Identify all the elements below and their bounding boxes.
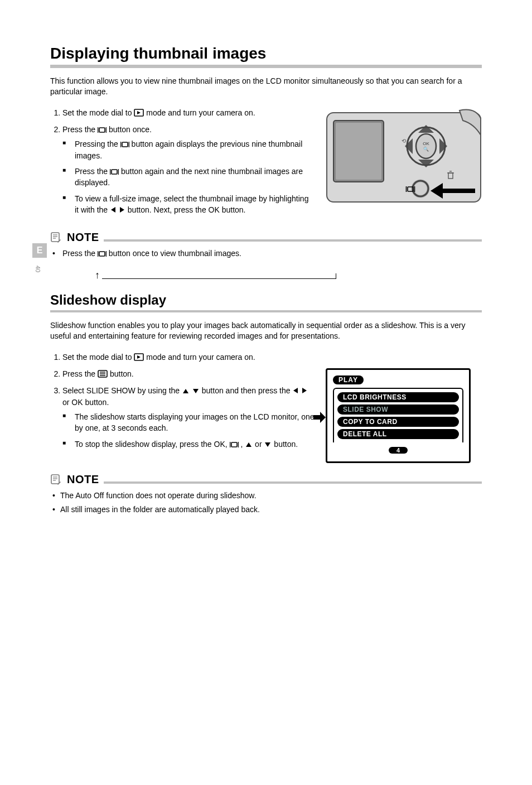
slide-step-3-sublist: The slideshow starts displaying your ima… — [62, 411, 315, 450]
right-arrow-icon — [119, 206, 125, 214]
step-2-bullet-2: Press the button again and the next nine… — [62, 166, 315, 189]
up-arrow-icon — [245, 441, 253, 448]
right-arrow-icon — [301, 387, 308, 394]
page: E 40 Displaying thumbnail images This fu… — [0, 0, 532, 785]
thumbnails-columns: Set the mode dial to mode and turn your … — [50, 107, 482, 221]
step-1: Set the mode dial to mode and turn your … — [62, 107, 315, 118]
left-arrow-icon — [110, 206, 117, 214]
svg-text:⟲: ⟲ — [402, 138, 407, 144]
note-icon — [50, 474, 62, 486]
note-1-item-1: Press the button once to view thumbnail … — [60, 248, 482, 259]
display-button-icon — [230, 441, 239, 448]
return-line — [102, 273, 336, 279]
slide-step-3-bullet-1: The slideshow starts displaying your ima… — [62, 411, 315, 434]
svg-marker-35 — [313, 412, 326, 423]
slide-step-3-bullet-2: To stop the slideshow display, press the… — [62, 439, 315, 450]
playback-mode-icon — [134, 109, 144, 117]
note-rule — [104, 239, 482, 242]
step-2-sublist: Pressing the button again displays the p… — [62, 138, 315, 215]
display-button-icon — [110, 168, 119, 175]
slide-step-3: Select SLIDE SHOW by using the button an… — [62, 385, 315, 449]
step-2: Press the button once. Pressing the butt… — [62, 124, 315, 215]
heading-underline — [50, 65, 482, 68]
thumbnails-intro: This function allows you to view nine th… — [50, 76, 482, 97]
page-number: 40 — [35, 266, 41, 272]
step-2-bullet-1: Pressing the button again displays the p… — [62, 138, 315, 161]
slideshow-columns: Set the mode dial to mode and turn your … — [50, 351, 482, 463]
heading-thumbnails: Displaying thumbnail images — [50, 45, 482, 62]
note-icon — [50, 232, 62, 244]
display-button-icon — [120, 141, 129, 148]
note-label: NOTE — [67, 231, 99, 244]
menu-item-lcd-brightness: LCD BRIGHTNESS — [337, 392, 459, 402]
ok-label: OK — [423, 141, 429, 146]
playback-mode-icon — [134, 353, 144, 361]
note-block-2: NOTE The Auto Off function does not oper… — [50, 473, 482, 516]
note-2-item-2: All still images in the folder are autom… — [60, 504, 482, 516]
menu-item-copy-to-card: COPY TO CARD — [337, 417, 459, 427]
menu-pager: 4 — [333, 445, 463, 455]
heading-slideshow: Slideshow display — [50, 292, 482, 308]
note-rule — [104, 481, 482, 484]
svg-text:🔍: 🔍 — [423, 146, 429, 152]
down-arrow-icon — [192, 388, 200, 394]
slideshow-steps: Set the mode dial to mode and turn your … — [50, 351, 315, 450]
note-label: NOTE — [67, 473, 99, 486]
camera-back-diagram: OK 🔍 ⟲ — [326, 107, 482, 219]
menu-button-icon — [98, 370, 108, 378]
slide-step-1: Set the mode dial to mode and turn your … — [62, 351, 315, 363]
menu-pointer-arrow-icon — [313, 412, 326, 423]
play-menu-diagram: PLAY LCD BRIGHTNESS SLIDE SHOW COPY TO C… — [326, 368, 471, 463]
note-2-item-1: The Auto Off function does not operate d… — [60, 490, 482, 502]
step-2-bullet-3: To view a full-size image, select the th… — [62, 193, 315, 216]
thumbnails-steps: Set the mode dial to mode and turn your … — [50, 107, 315, 215]
svg-point-26 — [416, 134, 436, 158]
display-button-icon — [98, 127, 107, 133]
slide-step-2: Press the button. — [62, 368, 315, 379]
left-arrow-icon — [292, 387, 299, 394]
down-arrow-icon — [264, 441, 272, 448]
note-block-1: NOTE Press the button once to view thumb… — [50, 231, 482, 282]
svg-rect-20 — [336, 123, 381, 180]
menu-title: PLAY — [333, 375, 364, 384]
language-tab-label: E — [37, 245, 43, 256]
display-button-icon — [98, 251, 107, 257]
heading-underline — [50, 310, 482, 312]
slideshow-intro: Slideshow function enables you to play y… — [50, 320, 482, 341]
language-tab: E — [32, 243, 47, 258]
menu-item-delete-all: DELETE ALL — [337, 429, 459, 439]
up-arrow-icon — [182, 388, 190, 394]
menu-item-slide-show: SLIDE SHOW — [337, 404, 459, 415]
return-arrow-icon: ↑ — [95, 268, 100, 282]
